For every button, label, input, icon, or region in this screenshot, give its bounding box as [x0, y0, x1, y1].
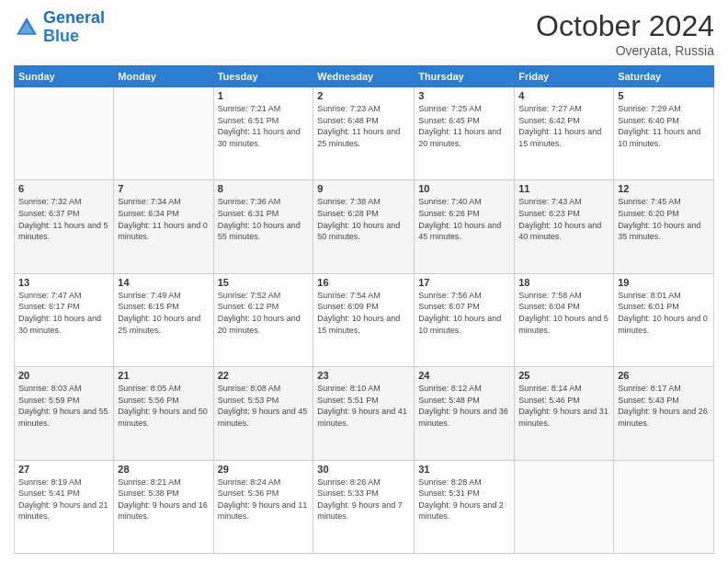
calendar-cell: 17Sunrise: 7:56 AMSunset: 6:07 PMDayligh…: [415, 273, 515, 366]
day-info: Sunrise: 8:24 AMSunset: 5:36 PMDaylight:…: [218, 477, 310, 523]
calendar-week-row: 1Sunrise: 7:21 AMSunset: 6:51 PMDaylight…: [15, 87, 714, 180]
day-number: 27: [18, 464, 109, 475]
calendar-cell: 26Sunrise: 8:17 AMSunset: 5:43 PMDayligh…: [614, 367, 714, 460]
calendar-cell: 2Sunrise: 7:23 AMSunset: 6:48 PMDaylight…: [313, 87, 415, 180]
day-info: Sunrise: 7:34 AMSunset: 6:34 PMDaylight:…: [118, 196, 209, 242]
day-number: 4: [518, 90, 609, 101]
calendar-cell: 16Sunrise: 7:54 AMSunset: 6:09 PMDayligh…: [313, 273, 415, 366]
header: General Blue October 2024 Overyata, Russ…: [14, 9, 714, 58]
day-number: 14: [118, 277, 209, 288]
calendar-cell: 1Sunrise: 7:21 AMSunset: 6:51 PMDaylight…: [213, 87, 313, 180]
calendar-cell: [515, 460, 614, 553]
day-number: 13: [18, 277, 109, 288]
day-number: 24: [418, 370, 510, 381]
calendar-cell: 22Sunrise: 8:08 AMSunset: 5:53 PMDayligh…: [213, 367, 313, 460]
day-info: Sunrise: 8:26 AMSunset: 5:33 PMDaylight:…: [317, 477, 410, 523]
day-info: Sunrise: 8:14 AMSunset: 5:46 PMDaylight:…: [518, 383, 609, 429]
day-info: Sunrise: 8:08 AMSunset: 5:53 PMDaylight:…: [218, 383, 310, 429]
calendar-table: Sunday Monday Tuesday Wednesday Thursday…: [14, 65, 714, 554]
day-number: 19: [618, 277, 710, 288]
day-number: 17: [418, 277, 510, 288]
calendar-cell: 20Sunrise: 8:03 AMSunset: 5:59 PMDayligh…: [15, 367, 114, 460]
day-number: 5: [618, 90, 710, 101]
calendar-cell: [614, 460, 714, 553]
day-info: Sunrise: 8:28 AMSunset: 5:31 PMDaylight:…: [418, 477, 510, 523]
day-number: 9: [317, 183, 410, 194]
logo-icon: [14, 15, 40, 40]
calendar-cell: [114, 87, 213, 180]
day-number: 2: [317, 90, 410, 101]
day-number: 10: [418, 183, 510, 194]
day-info: Sunrise: 7:32 AMSunset: 6:37 PMDaylight:…: [18, 196, 109, 242]
calendar-week-row: 6Sunrise: 7:32 AMSunset: 6:37 PMDaylight…: [15, 180, 714, 273]
calendar-cell: 10Sunrise: 7:40 AMSunset: 6:26 PMDayligh…: [415, 180, 515, 273]
calendar-week-row: 20Sunrise: 8:03 AMSunset: 5:59 PMDayligh…: [15, 367, 714, 460]
calendar-cell: 28Sunrise: 8:21 AMSunset: 5:38 PMDayligh…: [114, 460, 213, 553]
day-info: Sunrise: 8:05 AMSunset: 5:56 PMDaylight:…: [118, 383, 209, 429]
day-info: Sunrise: 7:27 AMSunset: 6:42 PMDaylight:…: [518, 103, 609, 149]
day-number: 26: [618, 370, 710, 381]
calendar-cell: 14Sunrise: 7:49 AMSunset: 6:15 PMDayligh…: [114, 273, 213, 366]
day-number: 8: [218, 183, 310, 194]
location: Overyata, Russia: [536, 43, 714, 58]
day-number: 11: [518, 183, 609, 194]
day-info: Sunrise: 8:10 AMSunset: 5:51 PMDaylight:…: [317, 383, 410, 429]
day-number: 1: [218, 90, 310, 101]
calendar-cell: 7Sunrise: 7:34 AMSunset: 6:34 PMDaylight…: [114, 180, 213, 273]
calendar-page: General Blue October 2024 Overyata, Russ…: [0, 0, 728, 563]
calendar-cell: 21Sunrise: 8:05 AMSunset: 5:56 PMDayligh…: [114, 367, 213, 460]
col-thursday: Thursday: [415, 66, 515, 87]
day-info: Sunrise: 7:40 AMSunset: 6:26 PMDaylight:…: [418, 196, 510, 242]
calendar-cell: 24Sunrise: 8:12 AMSunset: 5:48 PMDayligh…: [415, 367, 515, 460]
day-number: 22: [218, 370, 310, 381]
calendar-cell: 13Sunrise: 7:47 AMSunset: 6:17 PMDayligh…: [15, 273, 114, 366]
day-info: Sunrise: 7:23 AMSunset: 6:48 PMDaylight:…: [317, 103, 410, 149]
calendar-cell: 8Sunrise: 7:36 AMSunset: 6:31 PMDaylight…: [213, 180, 313, 273]
day-info: Sunrise: 7:52 AMSunset: 6:12 PMDaylight:…: [218, 290, 310, 336]
day-info: Sunrise: 8:12 AMSunset: 5:48 PMDaylight:…: [418, 383, 510, 429]
month-title: October 2024: [536, 9, 714, 43]
day-info: Sunrise: 7:45 AMSunset: 6:20 PMDaylight:…: [618, 196, 710, 242]
calendar-cell: 4Sunrise: 7:27 AMSunset: 6:42 PMDaylight…: [515, 87, 614, 180]
day-number: 20: [18, 370, 109, 381]
day-number: 6: [18, 183, 109, 194]
calendar-cell: [15, 87, 114, 180]
day-info: Sunrise: 8:19 AMSunset: 5:41 PMDaylight:…: [18, 477, 109, 523]
calendar-week-row: 27Sunrise: 8:19 AMSunset: 5:41 PMDayligh…: [15, 460, 714, 553]
day-info: Sunrise: 7:29 AMSunset: 6:40 PMDaylight:…: [618, 103, 710, 149]
day-info: Sunrise: 8:03 AMSunset: 5:59 PMDaylight:…: [18, 383, 109, 429]
day-info: Sunrise: 7:49 AMSunset: 6:15 PMDaylight:…: [118, 290, 209, 336]
calendar-cell: 18Sunrise: 7:58 AMSunset: 6:04 PMDayligh…: [515, 273, 614, 366]
day-number: 29: [218, 464, 310, 475]
logo-text: General Blue: [43, 9, 105, 46]
col-friday: Friday: [515, 66, 614, 87]
col-wednesday: Wednesday: [313, 66, 415, 87]
day-info: Sunrise: 7:21 AMSunset: 6:51 PMDaylight:…: [218, 103, 310, 149]
day-info: Sunrise: 7:47 AMSunset: 6:17 PMDaylight:…: [18, 290, 109, 336]
calendar-cell: 19Sunrise: 8:01 AMSunset: 6:01 PMDayligh…: [614, 273, 714, 366]
col-saturday: Saturday: [614, 66, 714, 87]
calendar-cell: 6Sunrise: 7:32 AMSunset: 6:37 PMDaylight…: [15, 180, 114, 273]
col-sunday: Sunday: [15, 66, 114, 87]
calendar-cell: 31Sunrise: 8:28 AMSunset: 5:31 PMDayligh…: [415, 460, 515, 553]
day-number: 12: [618, 183, 710, 194]
day-info: Sunrise: 7:25 AMSunset: 6:45 PMDaylight:…: [418, 103, 510, 149]
day-info: Sunrise: 7:36 AMSunset: 6:31 PMDaylight:…: [218, 196, 310, 242]
calendar-cell: 29Sunrise: 8:24 AMSunset: 5:36 PMDayligh…: [213, 460, 313, 553]
logo: General Blue: [14, 9, 105, 46]
day-number: 16: [317, 277, 410, 288]
day-number: 15: [218, 277, 310, 288]
day-info: Sunrise: 8:21 AMSunset: 5:38 PMDaylight:…: [118, 477, 209, 523]
calendar-cell: 12Sunrise: 7:45 AMSunset: 6:20 PMDayligh…: [614, 180, 714, 273]
calendar-cell: 3Sunrise: 7:25 AMSunset: 6:45 PMDaylight…: [415, 87, 515, 180]
title-block: October 2024 Overyata, Russia: [536, 9, 714, 58]
day-info: Sunrise: 7:54 AMSunset: 6:09 PMDaylight:…: [317, 290, 410, 336]
calendar-cell: 15Sunrise: 7:52 AMSunset: 6:12 PMDayligh…: [213, 273, 313, 366]
day-info: Sunrise: 7:38 AMSunset: 6:28 PMDaylight:…: [317, 196, 410, 242]
day-info: Sunrise: 8:01 AMSunset: 6:01 PMDaylight:…: [618, 290, 710, 336]
col-tuesday: Tuesday: [213, 66, 313, 87]
day-number: 25: [518, 370, 609, 381]
day-info: Sunrise: 7:56 AMSunset: 6:07 PMDaylight:…: [418, 290, 510, 336]
day-info: Sunrise: 7:58 AMSunset: 6:04 PMDaylight:…: [518, 290, 609, 336]
calendar-cell: 25Sunrise: 8:14 AMSunset: 5:46 PMDayligh…: [515, 367, 614, 460]
